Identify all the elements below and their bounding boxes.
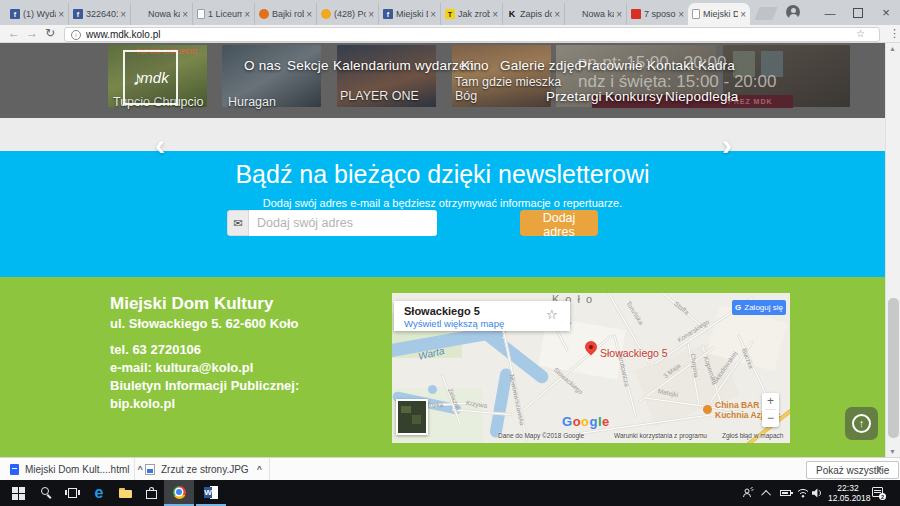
nav-kino[interactable]: Kino: [461, 58, 489, 73]
browser-tab[interactable]: 1 Liceum×: [192, 3, 254, 25]
browser-tab-active[interactable]: Miejski D×: [688, 3, 750, 25]
map-larger-map-link[interactable]: Wyświetl większą mapę: [404, 318, 504, 329]
action-center-button[interactable]: 2: [872, 480, 885, 506]
scrollbar-down-icon[interactable]: ▼: [889, 448, 896, 455]
reload-button[interactable]: ↻: [45, 26, 55, 40]
map-terms-link[interactable]: Warunki korzystania z programu: [614, 432, 707, 439]
tray-clock[interactable]: 22:32 12.05.2018: [828, 480, 868, 506]
browser-tab[interactable]: f3226401×: [68, 3, 130, 25]
tab-title: Miejski D: [703, 9, 738, 19]
word-taskbar-button[interactable]: W: [196, 480, 226, 506]
back-button[interactable]: ←: [8, 26, 20, 40]
tab-title: Jak zrob: [458, 9, 490, 19]
scroll-to-top-button[interactable]: ↑: [845, 407, 878, 440]
tab-close-icon[interactable]: ×: [58, 9, 64, 20]
tab-close-icon[interactable]: ×: [120, 9, 126, 20]
browser-tab[interactable]: f(1) Wyda×: [6, 3, 68, 25]
carousel-prev-icon[interactable]: ‹: [155, 132, 165, 158]
zoom-in-button[interactable]: +: [767, 393, 774, 409]
zoom-out-button[interactable]: −: [767, 410, 774, 426]
show-all-downloads-button[interactable]: Pokaż wszystkie: [806, 461, 899, 479]
yellow-circle-favicon-icon: [321, 9, 331, 19]
save-star-icon[interactable]: ☆: [546, 307, 558, 322]
store-button[interactable]: [138, 480, 164, 506]
mdk-logo[interactable]: ♪ mdk: [123, 50, 178, 105]
download-filename[interactable]: Miejski Dom Kult....html: [25, 464, 129, 475]
download-menu-caret-icon[interactable]: ^: [257, 464, 262, 474]
tab-close-icon[interactable]: ×: [616, 9, 622, 20]
nav-sekcje[interactable]: Sekcje: [287, 58, 329, 73]
google-map[interactable]: Mała Toruńska Staffa Konarskiego Narutow…: [392, 293, 790, 443]
tab-title: Zapis do: [520, 9, 552, 19]
browser-tab[interactable]: 7 sposo×: [626, 3, 688, 25]
window-maximize-button[interactable]: [844, 0, 872, 25]
tab-close-icon[interactable]: ×: [740, 9, 746, 20]
tray-hidden-icons-button[interactable]: [764, 480, 771, 506]
tray-people-button[interactable]: [742, 480, 754, 506]
start-button[interactable]: [4, 480, 32, 506]
map-login-button[interactable]: G Zaloguj się: [732, 300, 786, 315]
nav-przetargi[interactable]: Przetargi: [546, 89, 602, 104]
tab-close-icon[interactable]: ×: [678, 9, 684, 20]
maximize-icon: [853, 8, 863, 18]
nav-pracownie[interactable]: Pracownie: [578, 58, 643, 73]
html-file-icon: [10, 464, 19, 475]
tab-close-icon[interactable]: ×: [492, 9, 498, 20]
window-minimize-button[interactable]: —: [816, 0, 844, 25]
browser-menu-icon[interactable]: ⋮: [889, 27, 900, 40]
edge-button[interactable]: e: [86, 480, 112, 506]
newsletter-submit-button[interactable]: Dodaj adres: [520, 210, 598, 236]
tray-volume-button[interactable]: [812, 480, 823, 506]
tray-wifi-button[interactable]: [797, 480, 809, 506]
newsletter-email-input[interactable]: [249, 210, 437, 236]
browser-tab[interactable]: Nowa karta×: [564, 3, 626, 25]
map-zoom-control[interactable]: + −: [762, 393, 779, 427]
browser-tab[interactable]: (428) Po×: [316, 3, 378, 25]
nav-kadra[interactable]: Kadra: [698, 58, 735, 73]
profile-avatar-icon[interactable]: [786, 5, 800, 19]
tab-close-icon[interactable]: ×: [182, 9, 188, 20]
carousel-next-icon[interactable]: ›: [722, 132, 732, 158]
browser-tab[interactable]: fMiejski D×: [378, 3, 440, 25]
notification-icon: 2: [872, 487, 885, 499]
browser-tab[interactable]: Bajki rob×: [254, 3, 316, 25]
address-bar[interactable]: i www.mdk.kolo.pl ☆: [64, 27, 880, 42]
map-report-error-link[interactable]: Zgłoś błąd w mapach: [722, 432, 783, 439]
chrome-taskbar-button[interactable]: [164, 480, 194, 506]
browser-tab[interactable]: KZapis do×: [502, 3, 564, 25]
nav-niepodlegla[interactable]: Niepodległa: [665, 89, 739, 104]
task-view-button[interactable]: [60, 480, 86, 506]
download-item[interactable]: Miejski Dom Kult....html ^: [0, 458, 135, 480]
bookmark-star-icon[interactable]: ☆: [856, 28, 865, 39]
tray-battery-button[interactable]: [780, 480, 791, 506]
browser-tab[interactable]: TJak zrob×: [440, 3, 502, 25]
url-text[interactable]: www.mdk.kolo.pl: [86, 29, 160, 40]
new-tab-button[interactable]: [754, 7, 777, 20]
nav-kalendarium[interactable]: Kalendarium wydarzeń: [333, 58, 474, 73]
tab-close-icon[interactable]: ×: [306, 9, 312, 20]
forward-button[interactable]: →: [26, 26, 38, 40]
footer-email[interactable]: e-mail: kultura@kolo.pl: [110, 360, 253, 375]
nav-o-nas[interactable]: O nas: [244, 58, 281, 73]
tab-close-icon[interactable]: ×: [244, 9, 250, 20]
page-scrollbar[interactable]: ▲ ▼: [885, 43, 900, 457]
page-info-icon[interactable]: i: [71, 30, 81, 40]
nav-galerie[interactable]: Galerie zdjęć: [500, 58, 581, 73]
taskbar-search-button[interactable]: [34, 480, 60, 506]
file-explorer-button[interactable]: [112, 480, 138, 506]
browser-tab[interactable]: Nowa karta×: [130, 3, 192, 25]
restaurant-poi-icon[interactable]: [703, 405, 712, 414]
tab-close-icon[interactable]: ×: [368, 9, 374, 20]
downloads-bar-close-icon[interactable]: ×: [876, 462, 882, 474]
satellite-view-thumbnail[interactable]: [396, 399, 428, 435]
scrollbar-thumb[interactable]: [888, 298, 899, 438]
nav-konkursy[interactable]: Konkursy: [605, 89, 663, 104]
download-item[interactable]: Zrzut ze strony.JPG ^: [135, 458, 270, 480]
tab-close-icon[interactable]: ×: [554, 9, 560, 20]
tab-close-icon[interactable]: ×: [430, 9, 436, 20]
footer-bip-link[interactable]: bip.kolo.pl: [110, 396, 175, 411]
download-filename[interactable]: Zrzut ze strony.JPG: [161, 464, 249, 475]
window-close-button[interactable]: ×: [872, 0, 900, 25]
scrollbar-up-icon[interactable]: ▲: [889, 45, 896, 52]
nav-kontakt[interactable]: Kontakt: [647, 58, 694, 73]
